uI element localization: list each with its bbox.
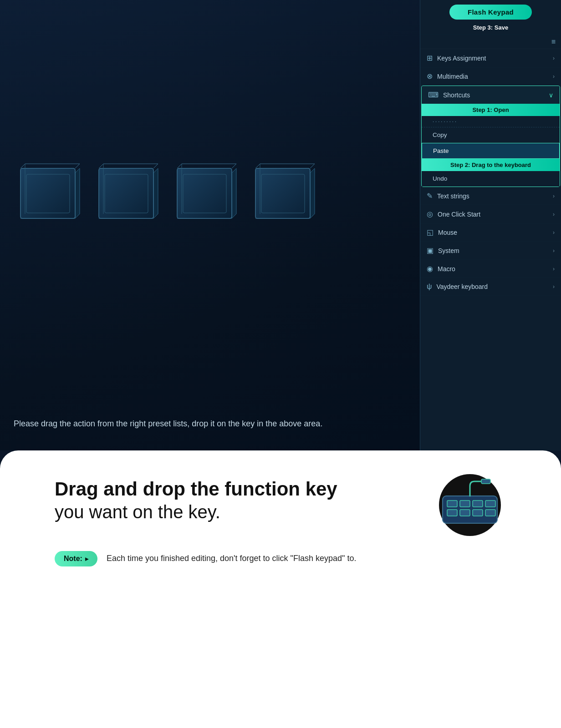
key-1[interactable] [14,155,82,223]
heading-light: you want on the key. [55,502,220,522]
svg-rect-36 [473,500,483,507]
svg-rect-38 [447,510,457,516]
svg-rect-2 [20,168,75,218]
svg-rect-35 [460,500,470,507]
text-strings-chevron: › [553,193,555,199]
vaydeer-icon: ψ [427,283,432,291]
text-strings-icon: ✎ [427,192,433,200]
note-label: Note: [64,555,82,563]
step2-bar: Step 2: Drag to the keyboard [422,159,560,171]
svg-rect-18 [177,168,232,218]
macro-label: Macro [438,265,455,273]
svg-rect-42 [481,479,490,484]
system-icon: ▣ [427,246,434,255]
note-badge: Note: [55,551,97,566]
filter-icon[interactable]: ≡ [551,38,556,46]
svg-line-12 [99,164,103,168]
svg-line-4 [20,164,25,168]
multimedia-icon: ⊗ [427,72,433,81]
menu-item-vaydeer-keyboard[interactable]: ψ Vaydeer keyboard › [420,278,561,296]
sub-item-copy[interactable]: Copy [422,127,560,143]
shortcuts-chevron: ∨ [549,91,553,99]
menu-item-mouse[interactable]: ◱ Mouse › [420,223,561,242]
shortcuts-icon: ⌨ [428,91,439,99]
note-row: Note: Each time you finished editing, do… [55,551,525,566]
one-click-start-icon: ◎ [427,210,433,218]
svg-marker-25 [310,168,315,218]
flash-keypad-button[interactable]: Flash Keypad [449,5,532,20]
vaydeer-label: Vaydeer keyboard [436,283,488,290]
shortcuts-header[interactable]: ⌨ Shortcuts ∨ [422,86,560,104]
bottom-heading: Drag and drop the function key you want … [55,478,373,524]
svg-line-20 [177,164,182,168]
mouse-icon: ◱ [427,228,434,237]
svg-rect-37 [485,500,495,507]
one-click-start-label: One Click Start [438,211,480,218]
macro-chevron: › [553,266,555,272]
menu-item-multimedia[interactable]: ⊗ Multimedia › [420,67,561,86]
svg-rect-26 [255,168,310,218]
svg-line-13 [153,164,158,168]
svg-line-29 [310,164,315,168]
app-window: ⚙ — ⬜ ✕ [0,0,561,450]
multimedia-chevron: › [553,73,555,80]
mouse-label: Mouse [438,229,457,236]
system-label: System [438,247,459,254]
svg-rect-40 [473,510,483,516]
menu-item-system[interactable]: ▣ System › [420,242,561,260]
svg-marker-1 [75,168,80,218]
svg-rect-41 [485,510,495,516]
svg-marker-17 [232,168,236,218]
key-4[interactable] [249,155,317,223]
svg-rect-10 [99,168,153,218]
sub-item-paste[interactable]: Paste [422,143,560,159]
note-text: Each time you finished editing, don't fo… [107,552,357,565]
drag-instruction: Please drag the action from the right pr… [14,419,322,429]
key-3[interactable] [170,155,239,223]
shortcuts-section: ⌨ Shortcuts ∨ Step 1: Open · · · · · · ·… [421,86,560,187]
svg-rect-34 [447,500,457,507]
svg-line-5 [75,164,80,168]
menu-list: ⊞ Keys Assignment › ⊗ Multimedia › ⌨ Sho… [420,49,561,450]
keys-area [14,155,317,223]
menu-item-macro[interactable]: ◉ Macro › [420,260,561,278]
keys-assignment-chevron: › [553,55,555,61]
system-chevron: › [553,248,555,254]
keyboard-illustration [434,473,506,537]
panel-icons-row: ≡ [420,35,561,49]
menu-item-text-strings[interactable]: ✎ Text strings › [420,187,561,205]
right-panel: Flash Keypad Step 3: Save ≡ ⊞ Keys Assig… [420,0,561,450]
multimedia-label: Multimedia [437,73,468,80]
svg-line-21 [232,164,236,168]
shortcuts-label: Shortcuts [443,91,470,99]
key-2[interactable] [92,155,160,223]
mouse-chevron: › [553,229,555,236]
menu-item-one-click-start[interactable]: ◎ One Click Start › [420,205,561,223]
one-click-start-chevron: › [553,211,555,217]
svg-rect-39 [460,510,470,516]
svg-line-28 [255,164,260,168]
flash-header: Flash Keypad Step 3: Save [420,0,561,35]
dotted-separator: · · · · · · · · · [422,116,560,127]
keys-assignment-icon: ⊞ [427,54,433,62]
step3-label: Step 3: Save [426,22,556,35]
macro-icon: ◉ [427,264,433,273]
svg-marker-9 [153,168,158,218]
sub-item-undo[interactable]: Undo [422,171,560,187]
step1-bar: Step 1: Open [422,104,560,116]
keys-assignment-label: Keys Assignment [437,55,486,62]
vaydeer-chevron: › [553,283,555,290]
heading-bold: Drag and drop the function key [55,478,337,500]
bottom-section: Drag and drop the function key you want … [0,450,561,728]
text-strings-label: Text strings [437,192,469,200]
menu-item-keys-assignment[interactable]: ⊞ Keys Assignment › [420,49,561,67]
